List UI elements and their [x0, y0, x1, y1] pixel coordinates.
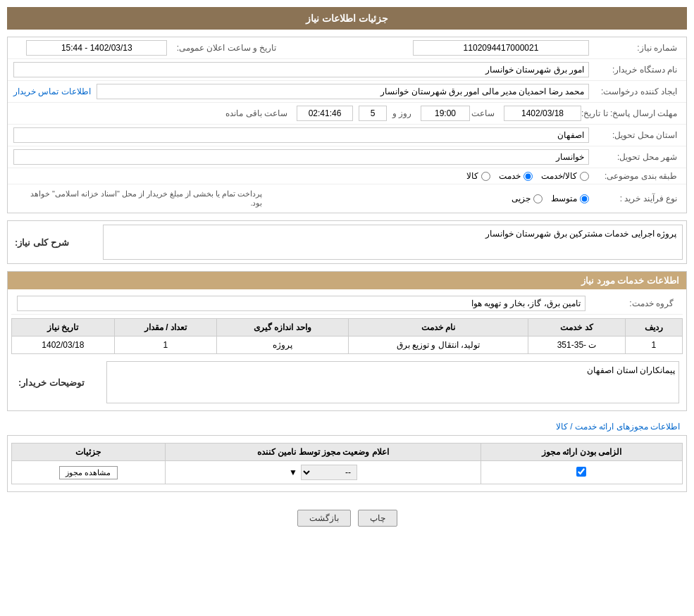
perm-col-required: الزامی بودن ارائه مجوز	[481, 444, 682, 461]
deadline-remaining: 02:41:46	[297, 106, 353, 121]
org-name-row: نام دستگاه خریدار: امور برق شهرستان خوان…	[8, 59, 686, 81]
footer-buttons: چاپ بازگشت	[7, 499, 687, 537]
radio-motavaset[interactable]: متوسط	[551, 194, 589, 203]
description-row: پروژه اجرایی خدمات مشترکین برق شهرستان خ…	[8, 221, 686, 263]
radio-khadamat[interactable]: خدمت	[499, 171, 533, 181]
description-content: پروژه اجرایی خدمات مشترکین برق شهرستان خ…	[99, 221, 686, 263]
deadline-time-label: ساعت	[470, 108, 498, 118]
purchase-radio-group: متوسط جزیی	[512, 194, 589, 203]
date-value: 1402/03/13 - 15:44	[26, 40, 167, 56]
perm-required-cell	[481, 461, 682, 484]
category-label: طبقه بندی موضوعی:	[589, 171, 681, 181]
creator-label: ایجاد کننده درخواست:	[589, 87, 681, 96]
perm-col-status: اعلام وضعیت مجوز توسط نامین کننده	[165, 444, 481, 461]
services-table: ردیف کد خدمت نام خدمت واحد اندازه گیری ت…	[11, 318, 683, 354]
services-content: گروه خدمت: تامین برق، گاز، بخار و تهویه …	[8, 289, 686, 410]
org-name-value: امور برق شهرستان خوانسار	[13, 62, 589, 77]
description-value: پروژه اجرایی خدمات مشترکین برق شهرستان خ…	[103, 225, 683, 260]
perm-status-select[interactable]: --	[301, 465, 357, 480]
print-button[interactable]: چاپ	[358, 510, 397, 527]
category-radio-group: کالا/خدمت خدمت کالا	[466, 171, 589, 181]
radio-kala-khadamat[interactable]: کالا/خدمت	[541, 171, 589, 181]
deadline-date: 1402/03/18	[504, 106, 581, 121]
permissions-content: الزامی بودن ارائه مجوز اعلام وضعیت مجوز …	[8, 436, 686, 491]
category-row: طبقه بندی موضوعی: کالا/خدمت خدمت کالا	[8, 168, 686, 184]
description-section: پروژه اجرایی خدمات مشترکین برق شهرستان خ…	[7, 220, 687, 264]
col-service-name: نام خدمت	[348, 319, 528, 337]
service-group-row: گروه خدمت: تامین برق، گاز، بخار و تهویه …	[11, 293, 683, 315]
page-header: جزئیات اطلاعات نیاز	[7, 7, 687, 30]
back-button[interactable]: بازگشت	[297, 510, 351, 527]
services-section: اطلاعات خدمات مورد نیاز گروه خدمت: تامین…	[7, 271, 687, 411]
col-date: تاریخ نیاز	[12, 319, 115, 337]
perm-col-details: جزئیات	[12, 444, 166, 461]
province-value: اصفهان	[13, 127, 589, 143]
buyer-notes-value: پیمانکاران استان اصفهان	[106, 361, 679, 403]
cell-quantity: 1	[114, 337, 217, 354]
radio-jozei[interactable]: جزیی	[512, 194, 543, 203]
radio-kala-khadamat-label: کالا/خدمت	[541, 171, 577, 181]
main-info-section: شماره نیاز: 1102094417000021 تاریخ و ساع…	[7, 37, 687, 213]
cell-service-code: ت -35-351	[528, 337, 625, 354]
table-row: 1 ت -35-351 تولید، انتقال و توزیع برق پر…	[12, 337, 683, 354]
org-name-label: نام دستگاه خریدار:	[589, 65, 681, 75]
province-row: استان محل تحویل: اصفهان	[8, 125, 686, 146]
cell-service-name: تولید، انتقال و توزیع برق	[348, 337, 528, 354]
cell-date: 1402/03/18	[12, 337, 115, 354]
deadline-days-label: روز و	[387, 108, 415, 118]
radio-kala[interactable]: کالا	[466, 171, 490, 181]
perm-status-cell: -- ▼	[165, 461, 481, 484]
contact-link[interactable]: اطلاعات تماس خریدار	[13, 87, 91, 96]
buyer-notes-content: پیمانکاران استان اصفهان	[103, 358, 683, 407]
creator-value: محمد رضا احمدیان مدیر مالی امور برق شهرس…	[97, 84, 589, 99]
need-number-label: شماره نیاز:	[589, 43, 681, 53]
perm-row: -- ▼ مشاهده مجوز	[12, 461, 683, 484]
view-permit-button[interactable]: مشاهده مجوز	[59, 466, 117, 479]
permissions-table: الزامی بودن ارائه مجوز اعلام وضعیت مجوز …	[11, 443, 683, 484]
purchase-type-row: نوع فرآیند خرید : متوسط جزیی پرداخت تمام…	[8, 184, 686, 213]
creator-row: ایجاد کننده درخواست: محمد رضا احمدیان مد…	[8, 81, 686, 103]
deadline-row: مهلت ارسال پاسخ: تا تاریخ: 1402/03/18 سا…	[8, 103, 686, 125]
province-label: استان محل تحویل:	[589, 130, 681, 140]
purchase-note: پرداخت تمام یا بخشی از مبلغ خریدار از مح…	[13, 187, 267, 210]
need-number-value: 1102094417000021	[413, 40, 589, 56]
buyer-notes-row: پیمانکاران استان اصفهان توضیحات خریدار:	[11, 358, 683, 407]
cell-unit: پروژه	[217, 337, 348, 354]
radio-motavaset-label: متوسط	[551, 194, 577, 203]
perm-required-checkbox[interactable]	[576, 467, 586, 477]
deadline-remaining-label: ساعت باقی مانده	[221, 108, 291, 118]
city-row: شهر محل تحویل: خوانسار	[8, 146, 686, 168]
need-number-row: شماره نیاز: 1102094417000021 تاریخ و ساع…	[8, 37, 686, 59]
col-unit: واحد اندازه گیری	[217, 319, 348, 337]
radio-khadamat-label: خدمت	[499, 171, 521, 181]
services-header: اطلاعات خدمات مورد نیاز	[8, 272, 686, 289]
perm-details-cell: مشاهده مجوز	[12, 461, 166, 484]
col-row-num: ردیف	[625, 319, 682, 337]
page-title: جزئیات اطلاعات نیاز	[306, 13, 388, 24]
city-label: شهر محل تحویل:	[589, 152, 681, 162]
radio-jozei-label: جزیی	[512, 194, 531, 203]
permissions-section: الزامی بودن ارائه مجوز اعلام وضعیت مجوز …	[7, 435, 687, 492]
radio-kala-label: کالا	[466, 171, 478, 181]
deadline-label: مهلت ارسال پاسخ: تا تاریخ:	[581, 108, 681, 118]
purchase-type-label: نوع فرآیند خرید :	[589, 194, 681, 203]
col-quantity: تعداد / مقدار	[114, 319, 217, 337]
buyer-notes-label: توضیحات خریدار:	[11, 374, 92, 391]
deadline-time: 19:00	[421, 106, 470, 121]
deadline-days: 5	[359, 106, 387, 121]
col-service-code: کد خدمت	[528, 319, 625, 337]
chevron-down-icon: ▼	[289, 467, 297, 477]
city-value: خوانسار	[13, 149, 589, 165]
cell-row-num: 1	[625, 337, 682, 354]
service-group-label: گروه خدمت:	[585, 298, 677, 308]
service-group-value: تامین برق، گاز، بخار و تهویه هوا	[17, 296, 585, 311]
description-label: شرح کلی نیاز:	[8, 234, 76, 251]
date-label: تاریخ و ساعت اعلان عمومی:	[167, 43, 280, 53]
permissions-link[interactable]: اطلاعات مجوزهای ارائه خدمت / کالا	[7, 418, 687, 435]
